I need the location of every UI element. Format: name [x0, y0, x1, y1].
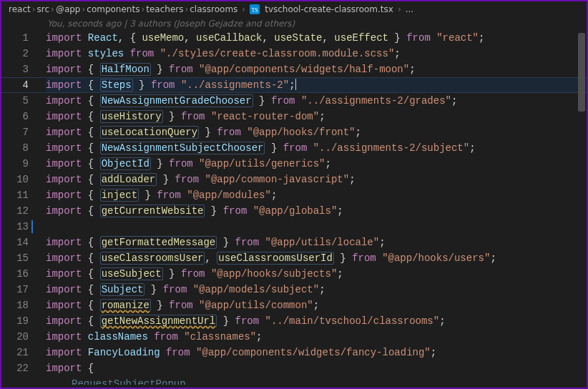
token-str: "@app/utils/common" — [199, 300, 313, 311]
token-plain: ; — [289, 79, 295, 91]
token-str: "@app/hooks/subjects" — [211, 268, 337, 280]
token-str: "@app/hooks/users" — [382, 252, 490, 264]
code-line[interactable]: import { useHistory } from "react-router… — [46, 109, 587, 124]
token-fn: addLoader — [100, 173, 157, 186]
code-line[interactable]: import { romanize } from "@app/utils/com… — [46, 297, 587, 313]
breadcrumb-tail[interactable]: ... — [406, 4, 413, 14]
breadcrumb-segment[interactable]: teachers — [146, 4, 183, 14]
token-id: NewAssignmentSubjectChooser — [100, 142, 265, 154]
code-line[interactable]: RequestSubjectPopup — [46, 376, 587, 385]
chevron-right-icon: › — [82, 4, 85, 14]
token-id: classNames — [88, 331, 148, 343]
breadcrumb-segment[interactable]: classrooms — [190, 4, 237, 14]
token-plain: } — [265, 142, 283, 154]
breadcrumb-segment[interactable]: src — [37, 4, 50, 14]
code-line[interactable]: import { — [46, 360, 587, 376]
token-fn: useEffect — [334, 32, 388, 44]
code-line[interactable]: import { useSubject } from "@app/hooks/s… — [46, 266, 587, 282]
code-line[interactable]: import { HalfMoon } from "@app/component… — [46, 61, 587, 77]
token-plain — [82, 331, 87, 343]
token-kw: from — [157, 189, 181, 201]
token-str: "@app/components/widgets/half-moon" — [199, 64, 409, 75]
token-plain: ; — [319, 284, 325, 295]
line-number: 13 — [1, 219, 29, 235]
code-area[interactable]: import React, { useMemo, useCallback, us… — [36, 30, 587, 385]
code-line[interactable]: import classNames from "classnames"; — [46, 329, 587, 345]
breadcrumb-file[interactable]: tvschool-create-classroom.tsx — [265, 4, 393, 14]
token-plain: ; — [469, 142, 475, 154]
code-line[interactable]: import { useClassroomsUser, useClassroom… — [46, 250, 587, 266]
token-plain: ; — [325, 158, 331, 169]
breadcrumb-items[interactable]: react›src›@app›components›teachers›class… — [9, 4, 237, 14]
token-plain — [431, 32, 436, 44]
code-line[interactable]: import { Steps } from "../assignments-2"… — [46, 77, 587, 93]
chevron-right-icon: › — [185, 4, 188, 14]
token-plain: } — [217, 237, 235, 248]
code-line[interactable]: import { getCurrentWebsite } from "@app/… — [46, 203, 587, 219]
token-str: "../assignments-2/grades" — [301, 95, 451, 107]
breadcrumb-segment[interactable]: @app — [56, 4, 81, 14]
code-line[interactable]: import { NewAssignmentGradeChooser } fro… — [46, 93, 587, 109]
breadcrumb-segment[interactable]: react — [9, 4, 31, 14]
text-cursor — [295, 79, 296, 90]
token-kw: import — [46, 95, 82, 107]
code-line[interactable]: import { useLocationQuery } from "@app/h… — [46, 124, 587, 140]
line-number: 8 — [1, 140, 29, 156]
token-id: Subject — [100, 283, 145, 296]
token-plain: { — [82, 142, 99, 154]
token-plain: , — [323, 32, 335, 44]
token-plain — [187, 284, 192, 295]
token-plain: ; — [394, 48, 400, 59]
token-plain: } — [151, 158, 169, 169]
line-number: 12 — [1, 203, 29, 219]
token-plain: } — [151, 64, 169, 75]
code-line[interactable]: import FancyLoading from "@app/component… — [46, 345, 587, 360]
token-kw: import — [46, 347, 82, 358]
token-plain: ; — [409, 64, 415, 75]
token-plain — [205, 268, 210, 280]
token-str: "@app/hooks/front" — [247, 127, 355, 138]
token-fn: getFormattedMessage — [100, 236, 217, 249]
token-plain: ; — [356, 127, 361, 138]
token-plain: { — [82, 237, 99, 248]
token-id: React — [88, 32, 118, 44]
scrollbar-thumb[interactable] — [578, 33, 585, 112]
token-plain — [295, 95, 301, 107]
breadcrumb-bar: react›src›@app›components›teachers›class… — [1, 1, 587, 17]
chevron-right-icon: › — [51, 4, 54, 14]
token-kw: from — [169, 300, 193, 311]
token-str: "./styles/create-classroom.module.scss" — [160, 48, 395, 59]
token-kw: from — [163, 284, 187, 295]
line-number: 7 — [1, 124, 29, 140]
token-id: ObjectId — [100, 157, 151, 170]
token-plain: ; — [337, 205, 343, 217]
token-kw: import — [46, 142, 82, 154]
token-plain: { — [82, 252, 99, 264]
code-line[interactable]: import { inject } from "@app/modules"; — [46, 187, 587, 203]
line-number: 4 — [1, 77, 29, 93]
vertical-scrollbar[interactable] — [578, 33, 585, 385]
code-line[interactable]: import { Subject } from "@app/models/sub… — [46, 282, 587, 297]
token-plain: , — [205, 252, 217, 264]
token-plain — [178, 331, 184, 343]
code-line[interactable]: import styles from "./styles/create-clas… — [46, 46, 587, 61]
code-line[interactable]: import { NewAssignmentSubjectChooser } f… — [46, 140, 587, 156]
code-line[interactable]: import { getFormattedMessage } from "@ap… — [46, 235, 587, 250]
code-line[interactable]: import { addLoader } from "@app/common-j… — [46, 172, 587, 187]
code-editor[interactable]: 12345678910111213141516171819202122 impo… — [1, 30, 587, 385]
code-line[interactable]: import { ObjectId } from "@app/utils/gen… — [46, 156, 587, 172]
token-fn: useClassroomsUser — [100, 252, 205, 265]
code-line[interactable]: import { getNewAssignmentUrl } from "../… — [46, 313, 587, 329]
token-plain: { — [82, 79, 99, 91]
token-plain: ; — [349, 174, 355, 185]
token-kw: from — [169, 158, 193, 169]
token-fn: useLocationQuery — [100, 126, 199, 139]
token-fn: getNewAssignmentUrl — [100, 315, 217, 328]
code-line[interactable] — [46, 219, 587, 235]
code-line[interactable]: import React, { useMemo, useCallback, us… — [46, 30, 587, 46]
token-fn: useState — [274, 32, 322, 44]
token-kw: import — [46, 174, 82, 185]
token-plain: ; — [451, 95, 457, 107]
breadcrumb-segment[interactable]: components — [87, 4, 139, 14]
token-kw: from — [235, 237, 260, 248]
